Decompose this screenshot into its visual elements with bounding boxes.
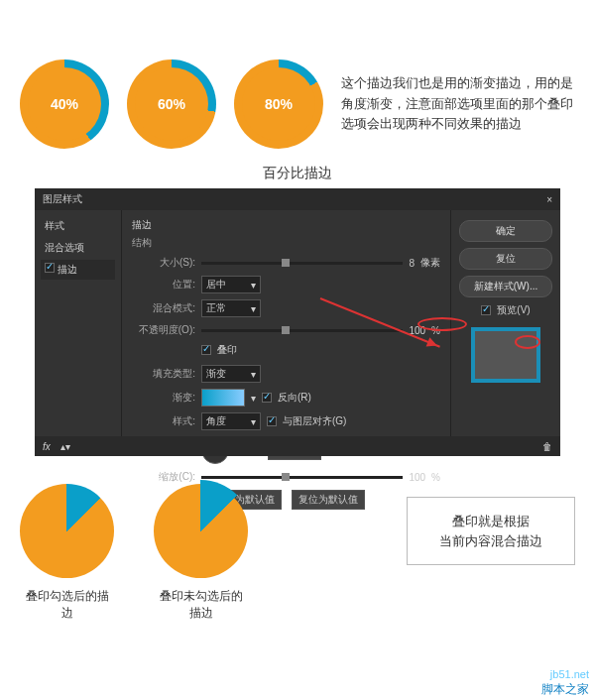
style-select[interactable]: 角度▾ [201,412,261,430]
chevron-down-icon: ▾ [251,303,256,314]
subtitle: 百分比描边 [0,165,595,182]
opacity-slider[interactable] [201,329,403,332]
watermark: jb51.net 脚本之家 [541,668,589,696]
gradient-label: 渐变: [132,391,195,405]
caption-2: 叠印未勾选后的描边 [154,588,248,622]
caption-1: 叠印勾选后的描边 [20,588,114,622]
layer-style-dialog: 图层样式 × 样式 混合选项 描边 描边 结构 大小(S):8像素 位置:居中▾… [35,188,560,456]
description-text: 这个描边我们也是用的渐变描边，用的是角度渐变，注意面部选项里面的那个叠印选项会出… [341,73,585,135]
ok-button[interactable]: 确定 [459,220,552,242]
style-list: 样式 混合选项 描边 [35,210,122,456]
watermark-site: jb51.net [541,668,589,681]
chevron-down-icon: ▾ [251,280,256,291]
pct-60: 60% [158,96,185,112]
preview-label: 预览(V) [497,303,530,317]
position-select[interactable]: 居中▾ [201,276,261,293]
stroke-panel: 描边 结构 大小(S):8像素 位置:居中▾ 混合模式:正常▾ 不透明度(O):… [122,210,451,456]
example-overprint-off [154,484,248,578]
reverse-checkbox[interactable] [262,393,272,403]
preview-checkbox[interactable] [481,305,491,315]
watermark-name: 脚本之家 [541,682,589,696]
style-label: 样式: [132,414,195,428]
chevron-down-icon: ▾ [251,369,256,380]
size-value[interactable]: 8 [409,258,415,269]
stroke-check-icon[interactable] [45,263,55,273]
fx-icon[interactable]: fx [43,441,51,452]
chevron-down-icon: ▾ [251,393,256,404]
section-title: 描边 [132,218,440,232]
scale-slider[interactable] [201,476,403,479]
stroke-label: 描边 [58,264,77,275]
align-label: 与图层对齐(G) [283,414,346,428]
new-style-button[interactable]: 新建样式(W)... [459,276,552,297]
gradient-swatch[interactable] [201,389,245,407]
list-blend[interactable]: 混合选项 [41,238,115,258]
cancel-button[interactable]: 复位 [459,248,552,270]
reset-default-button[interactable]: 复位为默认值 [292,490,365,510]
scale-value[interactable]: 100 [409,472,425,483]
scale-unit: % [431,472,440,483]
size-unit: 像素 [420,256,440,270]
pct-40: 40% [51,96,78,112]
size-label: 大小(S): [132,256,195,270]
position-label: 位置: [132,278,195,292]
sub-section: 结构 [132,236,440,250]
opacity-label: 不透明度(O): [132,323,195,337]
dialog-title: 图层样式 [43,192,82,206]
chevron-up-down-icon[interactable]: ▴▾ [60,441,70,452]
close-icon[interactable]: × [546,194,552,205]
blend-select[interactable]: 正常▾ [201,299,261,317]
pct-80: 80% [265,96,293,112]
annotation-circle-1 [417,317,467,331]
overprint-label: 叠印 [217,343,237,357]
progress-60: 60% [127,59,216,149]
align-checkbox[interactable] [267,416,277,426]
example-overprint-on [20,484,114,578]
annotation-circle-2 [515,335,540,349]
size-slider[interactable] [201,262,403,265]
progress-40: 40% [20,59,109,149]
note-text: 叠印就是根据 当前内容混合描边 [439,514,542,548]
list-styles[interactable]: 样式 [41,216,115,236]
filltype-select[interactable]: 渐变▾ [201,365,261,383]
blend-label: 混合模式: [132,301,195,315]
progress-80: 80% [234,59,323,149]
filltype-label: 填充类型: [132,367,195,381]
overprint-checkbox[interactable] [201,345,211,355]
trash-icon[interactable]: 🗑 [542,441,552,452]
chevron-down-icon: ▾ [251,416,256,427]
reverse-label: 反向(R) [278,391,311,405]
list-stroke[interactable]: 描边 [41,260,115,280]
